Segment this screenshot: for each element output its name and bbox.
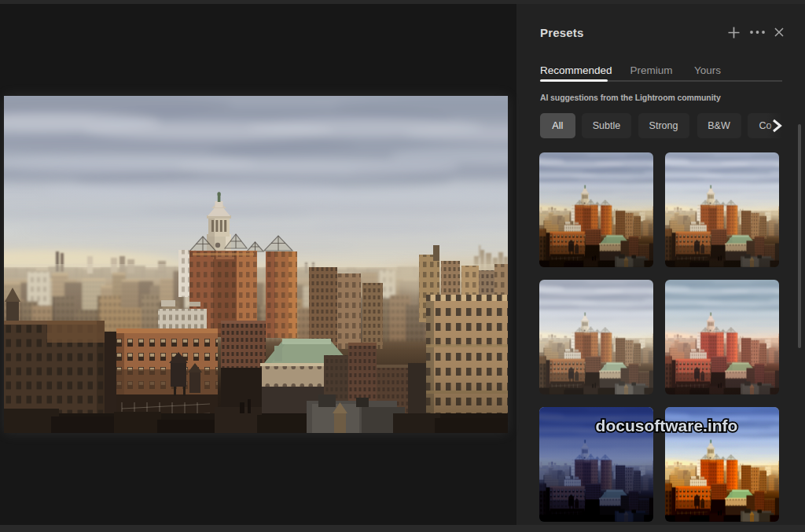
svg-text:docusoftware.info: docusoftware.info bbox=[596, 416, 738, 435]
